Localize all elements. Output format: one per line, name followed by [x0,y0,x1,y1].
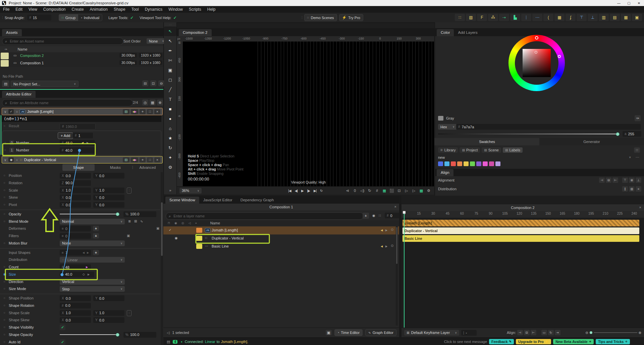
menu-edit[interactable]: Edit [12,7,25,12]
keyframe-next-icon[interactable]: ▶ [88,273,90,276]
value-slider-track[interactable] [438,134,619,134]
tab-color[interactable]: Color [437,29,454,36]
menu-scripts[interactable]: Scripts [186,7,204,12]
link-scale-icon[interactable]: : [127,310,131,316]
scrollbar-thumb[interactable] [396,227,397,264]
target-box-icon[interactable]: ▣ [127,234,130,237]
status-button-upgrade-to-pro[interactable]: Upgrade to Pro⚡ [516,339,551,344]
alpha-field[interactable]: a255 [623,131,641,137]
layer-tools-check-icon[interactable]: ✓ [130,15,133,20]
scene-scrollbar[interactable] [396,226,398,326]
graph-editor-button[interactable]: ∿Graph Editor [365,329,396,336]
range-icon[interactable]: ▭ [541,330,547,335]
dup-tab-shape[interactable]: Shape [62,164,95,171]
socket-icon[interactable]: ○ [3,124,5,128]
zoom-in-icon[interactable]: ⊕ [639,331,641,335]
attr-dropdown[interactable]: Step∨ [60,286,125,292]
play-button[interactable]: ▶ [301,189,304,193]
deselect-icon[interactable]: ◁ [167,331,169,335]
zoom-out-icon[interactable]: ⊖ [585,331,588,335]
value-field[interactable]: Y1.0 [93,188,124,193]
viewport-settings-icon[interactable]: ⚙ [425,189,432,193]
connections-icon[interactable]: ⊟ [123,109,129,114]
asset-row[interactable]: ▭Composition 130.00fps1920 x 1080 [0,60,163,67]
text-tool[interactable]: T [164,94,176,104]
orient-tool[interactable]: ✦ [164,153,176,162]
chevron-down-icon[interactable]: ∨ [629,156,631,159]
pin-icon[interactable]: ⌖ [140,157,146,162]
target-icon[interactable]: ⌖ [195,221,197,225]
toolbar-frame-f-icon[interactable]: F [477,14,487,21]
filter-count-field[interactable]: #0 [385,213,399,218]
eye-icon[interactable]: ◉ [8,157,14,162]
toolbar-align-top-icon[interactable]: ⊤ [577,14,587,21]
layer-search[interactable]: ⌕ [166,212,364,220]
dock-icon[interactable]: ▣ [326,330,332,335]
pen-tool[interactable]: ✒ [164,46,176,56]
tool-overflow-icon[interactable]: ··· [164,22,176,26]
zoom-dropdown[interactable]: 36%∨ [179,188,202,194]
isolate-icon[interactable]: ∷ [379,214,381,217]
enable-check-icon[interactable]: ✓ [8,109,14,114]
select-tool[interactable]: ↖ [164,26,176,36]
menu-composition[interactable]: Composition [40,7,69,12]
menu-view[interactable]: View [25,7,40,12]
timeline-bar[interactable]: Duplicator - Vertical [402,227,639,234]
asset-color-swatch[interactable] [1,53,9,59]
wheel-top-marker[interactable] [535,36,538,40]
swatch-chip[interactable] [495,161,500,166]
socket-icon[interactable]: ○ [3,311,5,315]
distribution-icon-0[interactable]: ∥ [622,186,628,192]
asset-name[interactable]: Composition 2 [20,54,44,58]
jsmath-header[interactable]: ∨ ✓ ○ JS Jsmath [Length] ⊟ ◀▶ ⌖ ∷ × [2,108,163,115]
tab-swatches[interactable]: Swatches [435,138,539,145]
drag-handle-icon[interactable]: ⁞ [302,16,302,19]
asset-row[interactable]: ▭Composition 230.00fps1920 x 1080 [0,52,163,60]
socket-icon[interactable]: ○ [3,203,5,206]
trash-icon[interactable]: ⊖ [158,80,164,86]
toolbar-grid-icon[interactable]: ▦ [621,14,631,21]
value-field[interactable]: Y0.0 [93,195,124,200]
menu-shape[interactable]: Shape [111,7,128,12]
frame-tool[interactable]: ◻ [164,75,176,85]
toolbar-align-bottom-icon[interactable]: ⊥ [588,14,598,21]
menu-tool[interactable]: Tool [128,7,142,12]
value-field[interactable]: Y1.0 [93,310,124,316]
dup-tab-masks[interactable]: Masks [101,164,130,171]
message-count-badge[interactable]: 4 [173,340,177,344]
toolbar-table-icon[interactable]: ▦ [554,14,565,21]
toolbar-cube-icon[interactable]: ▧ [466,14,476,21]
keyframe-next-icon[interactable]: ▶ [385,229,387,232]
socket-icon[interactable]: ◉ [3,272,6,276]
attr-dropdown[interactable]: ⋯Linear∨ [60,257,125,263]
value-field[interactable]: Y0.0 [93,317,124,323]
tab-generator[interactable]: Generator [539,138,644,145]
tab-attribute-editor[interactable]: Attribute Editor [2,91,36,98]
add-number-button[interactable]: + Add [58,132,73,139]
slider-track[interactable] [60,334,119,335]
scrollbar-thumb[interactable] [161,202,163,256]
alignment-icon-1[interactable]: ⊟ [606,178,611,183]
list-icon[interactable]: ≣ [128,219,131,223]
collapse-chevron-icon[interactable]: ∨ [4,110,6,114]
duplicator-header[interactable]: ∨ ◉ ○ ∷ Duplicator - Vertical ⊟ ◀▶ ⌖ ∷ × [2,156,163,163]
socket-icon[interactable]: ○ [3,280,5,283]
keyframe-diamond-icon[interactable]: ◇ [83,273,85,276]
swatch-chip[interactable] [483,161,488,166]
layer-row[interactable]: ✓JSJsmath [Length]◀▶⊙ [163,226,399,234]
rectangle-tool[interactable]: ■ [164,104,176,114]
render-box-icon[interactable]: ⊲ [344,189,351,193]
toolbar-slate-icon[interactable]: ▣ [632,14,642,21]
clear-search-icon[interactable]: ⊗ [157,99,163,106]
swatch-source-scene[interactable]: ▤Scene [482,147,501,153]
go-start-button[interactable]: |◀ [288,189,291,193]
camera-tool[interactable]: ▣ [164,65,176,75]
toolbar-align-shelf-icon[interactable]: ▙ [510,14,520,21]
attr-search[interactable]: ⌕ [2,99,133,107]
close-attr-icon[interactable]: × [154,157,160,162]
menu-file[interactable]: File [0,7,12,12]
stopwatch-icon[interactable]: ⊙ [391,244,393,248]
swatch-source-project[interactable]: ▤Project [460,147,480,153]
socket-icon[interactable]: ○ [3,303,5,307]
timeline-bar[interactable]: Basic Line [402,235,639,242]
